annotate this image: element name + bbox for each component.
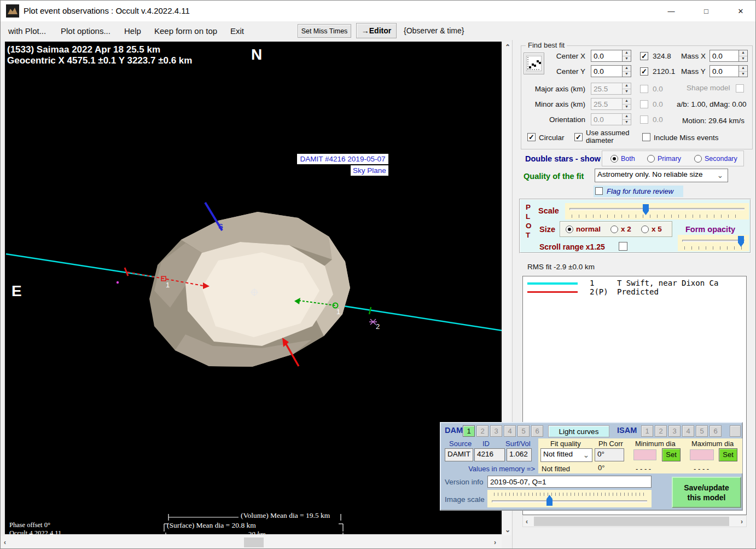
- form-opacity-thumb[interactable]: [738, 236, 744, 247]
- min-dia-box[interactable]: [633, 449, 656, 460]
- orientation-alt-value: 0.0: [653, 115, 663, 124]
- plot-title-line1: (1533) Saimaa 2022 Apr 18 25.5 km: [7, 44, 160, 55]
- menu-keep-on-top[interactable]: Keep form on top: [152, 21, 219, 40]
- scale-slider[interactable]: [565, 203, 749, 219]
- size-x2-radio[interactable]: [610, 226, 618, 233]
- menu-plot-options[interactable]: Plot options...: [59, 21, 113, 40]
- isam-5-button[interactable]: 5: [696, 425, 708, 437]
- major-axis-spinner[interactable]: ▲▼: [591, 83, 631, 95]
- minor-axis-alt-checkbox[interactable]: [640, 100, 648, 108]
- star2-label: 2: [376, 322, 380, 331]
- scroll-up-icon[interactable]: ⌃: [505, 44, 510, 50]
- scrollbar-thumb[interactable]: [244, 538, 264, 547]
- scroll-left-icon[interactable]: ‹: [4, 539, 6, 546]
- scroll-right-icon[interactable]: ›: [494, 539, 496, 546]
- mass-y-spin-arrows[interactable]: ▲▼: [738, 65, 748, 77]
- max-dia-box[interactable]: [690, 449, 714, 460]
- set-miss-times-button[interactable]: Set Miss Times: [298, 24, 351, 38]
- quality-dropdown[interactable]: Astrometry only. No reliable size ⌄: [595, 169, 728, 182]
- version-info-input[interactable]: [487, 476, 652, 488]
- save-update-button[interactable]: Save/update this model: [672, 477, 741, 508]
- scroll-range-checkbox[interactable]: [619, 242, 627, 251]
- orientation-spinner[interactable]: ▲▼: [591, 113, 631, 125]
- isam-2-button[interactable]: 2: [655, 425, 667, 437]
- double-primary-radio[interactable]: [647, 155, 655, 163]
- orientation-input[interactable]: [591, 113, 622, 125]
- isam-4-button[interactable]: 4: [682, 425, 694, 437]
- minimize-button[interactable]: —: [659, 1, 684, 21]
- occult-version-label: Occult 4.2022.4.11: [9, 529, 61, 534]
- damit-model-1-button[interactable]: 1: [463, 425, 475, 437]
- image-scale-thumb[interactable]: [546, 495, 553, 506]
- menu-exit[interactable]: Exit: [228, 21, 246, 40]
- double-secondary-radio[interactable]: [694, 155, 702, 163]
- include-miss-checkbox[interactable]: [642, 133, 650, 141]
- scrollbar-thumb[interactable]: [534, 517, 729, 526]
- minor-axis-input[interactable]: [591, 98, 622, 110]
- plot-horizontal-scrollbar[interactable]: ‹ ›: [1, 536, 502, 549]
- menu-bar: with Plot... Plot options... Help Keep f…: [1, 21, 755, 40]
- set-max-dia-button[interactable]: Set: [719, 448, 737, 461]
- scroll-right-icon[interactable]: ›: [741, 518, 743, 525]
- center-y-spinner[interactable]: ▲▼: [591, 65, 631, 77]
- orientation-spin-arrows[interactable]: ▲▼: [622, 113, 631, 125]
- mass-x-spinner[interactable]: ▲▼: [710, 50, 748, 62]
- scroll-left-icon[interactable]: ‹: [526, 518, 528, 525]
- y-fit-checkbox[interactable]: ✓: [640, 67, 648, 76]
- close-button[interactable]: ✕: [728, 1, 753, 21]
- form-opacity-slider[interactable]: [678, 235, 749, 251]
- isam-3-button[interactable]: 3: [668, 425, 681, 437]
- center-x-spinner[interactable]: ▲▼: [591, 50, 631, 62]
- find-best-fit-button[interactable]: [524, 53, 544, 74]
- orientation-alt-checkbox[interactable]: [640, 115, 648, 124]
- center-x-input[interactable]: [591, 50, 622, 62]
- center-y-spin-arrows[interactable]: ▲▼: [622, 65, 631, 77]
- scale-slider-thumb[interactable]: [643, 204, 649, 215]
- damit-model-5-button[interactable]: 5: [517, 425, 530, 437]
- mass-x-input[interactable]: [710, 50, 738, 62]
- scale-slider-ticks: [572, 215, 742, 218]
- center-x-spin-arrows[interactable]: ▲▼: [622, 50, 631, 62]
- x-fit-checkbox[interactable]: ✓: [640, 52, 648, 60]
- shape-model-checkbox[interactable]: [736, 84, 744, 93]
- memory-fit-quality: Not fitted: [542, 465, 570, 473]
- rms-fit-label: RMS fit -2.9 ±0.0 km: [527, 263, 595, 271]
- size-x5-radio[interactable]: [641, 226, 649, 233]
- damit-model-3-button[interactable]: 3: [490, 425, 502, 437]
- damit-model-6-button[interactable]: 6: [531, 425, 543, 437]
- mass-y-input[interactable]: [710, 65, 738, 77]
- isam-6-button[interactable]: 6: [710, 425, 722, 437]
- min-dia-col-label: Minimum dia: [635, 440, 676, 448]
- legend-horizontal-scrollbar[interactable]: ‹ ›: [522, 515, 747, 527]
- light-curves-button[interactable]: Light curves: [548, 425, 609, 437]
- scroll-down-icon[interactable]: ⌄: [505, 527, 510, 533]
- minor-axis-spin-arrows[interactable]: ▲▼: [622, 98, 631, 110]
- menu-with-plot[interactable]: with Plot...: [6, 21, 48, 40]
- editor-button[interactable]: →Editor: [356, 23, 397, 38]
- fit-quality-dropdown[interactable]: Not fitted ⌄: [540, 448, 592, 462]
- mass-y-spinner[interactable]: ▲▼: [710, 65, 748, 77]
- major-axis-alt-checkbox[interactable]: [640, 85, 648, 93]
- damit-model-4-button[interactable]: 4: [504, 425, 516, 437]
- flag-review-checkbox[interactable]: [595, 187, 603, 195]
- surfvol-col-label: Surf/Vol: [505, 440, 531, 448]
- isam-1-button[interactable]: 1: [641, 425, 653, 437]
- menu-help[interactable]: Help: [122, 21, 143, 40]
- size-x5-label: x 5: [652, 225, 662, 233]
- minor-axis-spinner[interactable]: ▲▼: [591, 98, 631, 110]
- major-axis-input[interactable]: [591, 83, 622, 95]
- image-scale-slider[interactable]: [487, 490, 652, 507]
- orientation-label: Orientation: [537, 115, 585, 124]
- plot-canvas[interactable]: (1533) Saimaa 2022 Apr 18 25.5 km Geocen…: [4, 42, 502, 534]
- mass-x-spin-arrows[interactable]: ▲▼: [738, 50, 748, 62]
- damit-model-2-button[interactable]: 2: [476, 425, 489, 437]
- double-both-radio[interactable]: [610, 155, 618, 163]
- form-opacity-label: Form opacity: [685, 225, 735, 234]
- size-normal-radio[interactable]: [566, 226, 573, 233]
- use-assumed-checkbox[interactable]: ✓: [574, 133, 583, 141]
- maximize-button[interactable]: □: [694, 1, 719, 21]
- major-axis-spin-arrows[interactable]: ▲▼: [622, 83, 631, 95]
- set-min-dia-button[interactable]: Set: [662, 448, 681, 461]
- circular-checkbox[interactable]: ✓: [527, 133, 536, 141]
- center-y-input[interactable]: [591, 65, 622, 77]
